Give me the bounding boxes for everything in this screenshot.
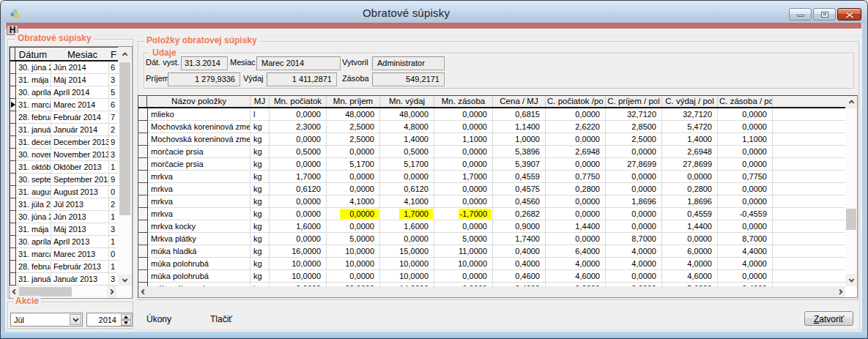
polozky-cell[interactable]: 1,1000 [434, 133, 493, 146]
datum-cell[interactable]: 31. januára 2013 [16, 273, 51, 286]
polozky-cell[interactable]: 1,4400 [662, 220, 718, 233]
polozky-row[interactable]: mrkvakg1,70000,00000,00001,70000,45590,7… [138, 171, 845, 183]
f-cell[interactable]: 3 [109, 74, 118, 86]
polozky-cell[interactable]: 0,0000 [546, 233, 606, 245]
polozky-cell[interactable]: 6,4000 [546, 245, 606, 258]
polozky-cell[interactable]: mlieko [148, 108, 251, 121]
supisky-table-vscrollbar[interactable] [118, 47, 132, 286]
scrollbar-thumb[interactable] [119, 62, 130, 215]
scroll-up-button[interactable] [118, 47, 132, 62]
supisky-row[interactable]: 31. marca 2014Marec 20146 [10, 99, 118, 111]
polozky-cell[interactable]: 1,7000 [434, 171, 493, 183]
polozky-column-header[interactable]: C. zásoba / pol [718, 96, 773, 107]
polozky-cell[interactable]: 48,0000 [327, 108, 380, 121]
polozky-cell[interactable]: 2,5000 [327, 133, 380, 146]
polozky-cell[interactable]: 0,0000 [434, 183, 493, 195]
vydaj-field[interactable]: 1 411,2871 [267, 72, 337, 86]
polozky-cell[interactable]: 4,0000 [718, 258, 773, 270]
supisky-row[interactable]: 30. apríla 2014Apríl 20145 [10, 86, 118, 99]
datum-cell[interactable]: 31. mája 2014 [16, 74, 51, 86]
polozky-cell[interactable]: 0,4000 [493, 258, 546, 270]
polozky-cell[interactable]: 0,0000 [606, 146, 662, 158]
datum-cell[interactable]: 31. januára 2014 [16, 124, 51, 136]
datum-cell[interactable]: 31. marca 2014 [16, 99, 51, 111]
f-cell[interactable]: 1 [109, 236, 118, 248]
polozky-cell[interactable]: 1,7400 [493, 233, 546, 245]
polozky-cell[interactable]: 4,0000 [546, 258, 606, 270]
polozky-cell[interactable]: 0,4000 [493, 245, 546, 258]
polozky-cell[interactable]: 4,0000 [606, 245, 662, 258]
supisky-column-header[interactable]: F [108, 48, 118, 61]
polozky-cell[interactable]: 4,4000 [718, 245, 773, 258]
month-combobox[interactable]: Júl [10, 313, 83, 327]
polozky-cell[interactable]: 0,2682 [493, 208, 546, 220]
polozky-cell[interactable]: kg [251, 245, 270, 258]
supisky-row[interactable]: 30. apríla 2013Apríl 20131 [10, 236, 118, 248]
dat-vyst-field[interactable]: 31.3.2014 [181, 56, 228, 70]
polozky-cell[interactable]: 1,4000 [662, 133, 718, 146]
f-cell[interactable]: 1 [109, 261, 118, 273]
supisky-row[interactable]: 30. septembra 2013September 20139 [10, 174, 118, 186]
f-cell[interactable]: 9 [109, 136, 118, 149]
supisky-column-header[interactable]: Mesiac [51, 48, 108, 61]
polozky-cell[interactable]: kg [251, 195, 270, 208]
polozky-column-header[interactable]: C. výdaj / pol [662, 96, 718, 107]
mesiac-cell[interactable]: Apríl 2013 [51, 236, 109, 248]
polozky-cell[interactable]: 0,4575 [493, 183, 546, 195]
polozky-cell[interactable]: 2,6948 [546, 146, 606, 158]
polozky-cell[interactable]: 0,0000 [327, 208, 380, 220]
polozky-table-vscrollbar[interactable] [845, 96, 857, 286]
supisky-column-header[interactable]: Dátum [15, 48, 51, 61]
polozky-column-header[interactable]: MJ [251, 96, 270, 107]
polozky-cell[interactable]: 0,0000 [434, 158, 493, 171]
prijem-field[interactable]: 1 279,9336 [168, 72, 240, 86]
polozky-cell[interactable]: 0,0000 [380, 171, 434, 183]
scroll-right-button[interactable] [107, 286, 116, 298]
polozky-cell[interactable]: 1,4000 [380, 133, 434, 146]
polozky-cell[interactable]: 0,0000 [270, 233, 327, 245]
datum-cell[interactable]: 31. októbra 2013 [16, 161, 51, 174]
supisky-row[interactable]: 31. marca 2013Marec 20130 [10, 248, 118, 261]
polozky-cell[interactable]: 11,0000 [434, 245, 493, 258]
scroll-down-button[interactable] [118, 275, 132, 286]
maximize-button[interactable] [813, 8, 836, 21]
scroll-right-button[interactable] [836, 286, 845, 297]
supisky-row[interactable]: 31. januára 2014Január 20142 [10, 124, 118, 136]
polozky-cell[interactable]: 1,1400 [493, 121, 546, 133]
f-cell[interactable]: 0 [109, 186, 118, 198]
polozky-cell[interactable]: múka hladká [148, 245, 251, 258]
polozky-cell[interactable]: 0,0000 [434, 195, 493, 208]
polozky-column-header[interactable]: C. počiatok /po [546, 96, 606, 107]
polozky-cell[interactable]: Mochovská koreninová zmes [148, 121, 251, 133]
datum-cell[interactable]: 31. decembra 2013 [16, 136, 51, 149]
polozky-cell[interactable]: 0,0000 [546, 108, 606, 121]
polozky-cell[interactable]: 0,0000 [270, 195, 327, 208]
polozky-cell[interactable]: 0,0000 [270, 133, 327, 146]
tlacit-button[interactable]: Tlačiť [210, 314, 232, 324]
polozky-cell[interactable]: 0,0000 [546, 195, 606, 208]
combobox-dropdown-button[interactable] [70, 314, 81, 325]
polozky-cell[interactable]: mrkva kocky [148, 220, 251, 233]
polozky-cell[interactable]: 5,1700 [327, 158, 380, 171]
polozky-cell[interactable]: 0,0000 [718, 183, 773, 195]
mesiac-cell[interactable]: Júl 2013 [51, 198, 109, 211]
polozky-cell[interactable]: 0,0000 [327, 183, 380, 195]
polozky-cell[interactable]: 0,2800 [546, 183, 606, 195]
polozky-cell[interactable]: kg [251, 183, 270, 195]
datum-cell[interactable]: 30. júna 2013 [16, 211, 51, 223]
polozky-row[interactable]: mliekol0,000048,000048,00000,00000,68150… [138, 108, 845, 121]
scroll-down-button[interactable] [845, 274, 857, 286]
polozky-cell[interactable]: 2,3000 [270, 121, 327, 133]
polozky-cell[interactable]: 32,7120 [662, 108, 718, 121]
polozky-cell[interactable]: 0,0000 [546, 133, 606, 146]
f-cell[interactable]: 9 [109, 174, 118, 186]
polozky-cell[interactable]: 0,6120 [270, 183, 327, 195]
polozky-cell[interactable]: 0,0000 [718, 220, 773, 233]
polozky-cell[interactable]: 32,7120 [606, 108, 662, 121]
polozky-cell[interactable]: 0,9000 [493, 220, 546, 233]
datum-cell[interactable]: 30. novembra 2013 [16, 149, 51, 161]
f-cell[interactable]: 3 [109, 223, 118, 236]
supisky-row[interactable]: 31. júla 2013Júl 20132 [10, 198, 118, 211]
polozky-cell[interactable]: 0,0000 [718, 195, 773, 208]
mesiac-cell[interactable]: Február 2014 [51, 111, 109, 124]
